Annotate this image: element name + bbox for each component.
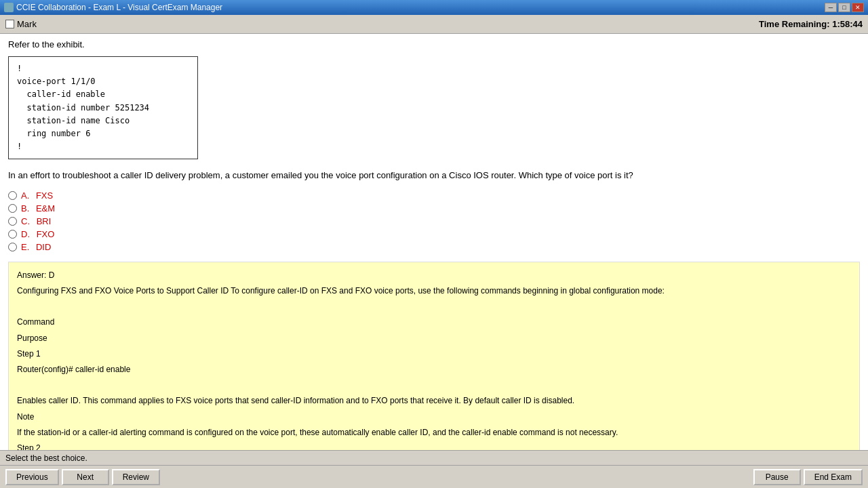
bottom-left-buttons: Previous Next Review: [5, 469, 160, 485]
option-text-c: BRI: [37, 216, 52, 226]
answer-line: Answer: D: [17, 269, 851, 282]
radio-b[interactable]: [8, 204, 17, 213]
status-text: Select the best choice.: [5, 453, 87, 463]
option-text-e: DID: [36, 242, 51, 252]
end-exam-button[interactable]: End Exam: [804, 469, 863, 485]
option-label-d: D.: [21, 229, 33, 239]
status-bar: Select the best choice.: [0, 450, 868, 465]
option-label-a: A.: [21, 190, 32, 201]
radio-e[interactable]: [8, 243, 17, 251]
option-row-b[interactable]: B. E&M: [8, 203, 860, 214]
option-label-c: C.: [21, 216, 33, 226]
answer-step1cmd: Router(config)# caller-id enable: [17, 363, 851, 376]
answer-col1: Command: [17, 316, 851, 329]
code-exhibit: ! voice-port 1/1/0 caller-id enable stat…: [8, 56, 198, 159]
option-label-e: E.: [21, 242, 32, 252]
radio-a[interactable]: [8, 191, 17, 200]
previous-button[interactable]: Previous: [5, 469, 59, 485]
pause-button[interactable]: Pause: [753, 469, 801, 485]
toolbar: Mark Time Remaining: 1:58:44: [0, 15, 868, 34]
time-remaining-value: 1:58:44: [832, 19, 863, 29]
next-button[interactable]: Next: [62, 469, 109, 485]
option-text-d: FXO: [37, 229, 55, 239]
main-content: Refer to the exhibit. ! voice-port 1/1/0…: [0, 34, 868, 450]
answer-step1: Step 1: [17, 348, 851, 361]
option-row-a[interactable]: A. FXS: [8, 190, 860, 201]
review-button[interactable]: Review: [112, 469, 160, 485]
answer-col2: Purpose: [17, 332, 851, 345]
radio-c[interactable]: [8, 217, 17, 226]
title-bar-left: CCIE Collaboration - Exam L - Visual Cer…: [4, 3, 222, 12]
options-list: A. FXS B. E&M C. BRI D. FXO E. DID: [8, 190, 860, 252]
refer-exhibit-text: Refer to the exhibit.: [8, 39, 860, 49]
answer-section: Answer: D Configuring FXS and FXO Voice …: [8, 262, 860, 450]
bottom-right-buttons: Pause End Exam: [753, 469, 863, 485]
minimize-button[interactable]: ─: [825, 3, 837, 12]
app-icon: [4, 3, 14, 12]
answer-blank2: [17, 379, 851, 392]
time-remaining-area: Time Remaining: 1:58:44: [759, 19, 863, 29]
answer-blank: [17, 300, 851, 313]
title-bar: CCIE Collaboration - Exam L - Visual Cer…: [0, 0, 868, 15]
mark-checkbox[interactable]: [5, 20, 14, 28]
answer-step1desc: Enables caller ID. This command applies …: [17, 394, 851, 407]
title-bar-controls[interactable]: ─ □ ✕: [825, 3, 864, 12]
option-row-c[interactable]: C. BRI: [8, 216, 860, 226]
time-remaining-label: Time Remaining:: [759, 19, 830, 29]
bottom-bar: Previous Next Review Pause End Exam: [0, 465, 868, 488]
code-pre: ! voice-port 1/1/0 caller-id enable stat…: [17, 62, 189, 153]
option-text-a: FXS: [36, 190, 53, 201]
option-row-d[interactable]: D. FXO: [8, 229, 860, 239]
mark-label: Mark: [17, 19, 37, 29]
option-row-e[interactable]: E. DID: [8, 242, 860, 252]
answer-para1: Configuring FXS and FXO Voice Ports to S…: [17, 285, 851, 298]
mark-area: Mark: [5, 19, 37, 29]
close-button[interactable]: ✕: [852, 3, 864, 12]
question-text: In an effort to troubleshoot a caller ID…: [8, 169, 860, 182]
radio-d[interactable]: [8, 230, 17, 239]
window-title: CCIE Collaboration - Exam L - Visual Cer…: [16, 3, 222, 12]
option-text-b: E&M: [36, 203, 55, 214]
answer-step2: Step 2: [17, 442, 851, 450]
answer-notetext: If the station-id or a caller-id alertin…: [17, 426, 851, 439]
option-label-b: B.: [21, 203, 32, 214]
answer-note: Note: [17, 411, 851, 424]
restore-button[interactable]: □: [838, 3, 850, 12]
